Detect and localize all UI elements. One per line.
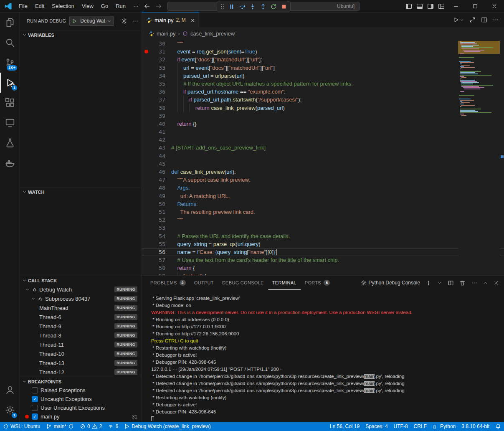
code-area[interactable]: 30 """31 event = req.get_json(silent=Tru… bbox=[142, 40, 504, 275]
breakpoint-margin[interactable] bbox=[142, 48, 150, 56]
activity-settings[interactable]: 1 bbox=[0, 400, 20, 420]
checkbox[interactable]: ✓ bbox=[32, 396, 38, 402]
activity-docker[interactable] bbox=[0, 153, 20, 173]
menu-selection[interactable]: Selection bbox=[48, 2, 78, 11]
section-breakpoints[interactable]: BREAKPOINTS bbox=[20, 377, 142, 386]
more-actions-icon[interactable] bbox=[132, 18, 138, 24]
breakpoint-margin[interactable] bbox=[142, 176, 150, 184]
layout-toggle-icon[interactable] bbox=[438, 3, 445, 10]
back-button[interactable] bbox=[144, 3, 150, 10]
breakpoint-margin[interactable] bbox=[142, 264, 150, 272]
breakpoint-margin[interactable] bbox=[142, 72, 150, 80]
kill-terminal-button[interactable] bbox=[459, 280, 466, 286]
active-terminal-item[interactable]: Python Debug Console bbox=[361, 280, 420, 286]
menu-edit[interactable]: Edit bbox=[31, 2, 48, 11]
maximize-panel-button[interactable] bbox=[483, 280, 488, 286]
maximize-button[interactable] bbox=[466, 0, 485, 12]
gear-icon[interactable] bbox=[121, 18, 127, 24]
breakpoint-margin[interactable] bbox=[142, 96, 150, 104]
close-button[interactable] bbox=[485, 0, 504, 12]
stop-button[interactable] bbox=[279, 2, 289, 11]
panel-bottom-toggle-icon[interactable] bbox=[416, 3, 423, 10]
start-debugging-button[interactable] bbox=[70, 16, 79, 25]
status-ports[interactable]: 6 bbox=[105, 422, 121, 431]
new-terminal-button[interactable] bbox=[425, 280, 432, 286]
breakpoint-margin[interactable] bbox=[142, 208, 150, 216]
breakpoint-margin[interactable] bbox=[142, 120, 150, 128]
drag-handle-icon[interactable] bbox=[219, 3, 225, 10]
forward-button[interactable] bbox=[155, 3, 162, 10]
status-remote[interactable]: WSL: Ubuntu bbox=[0, 422, 43, 431]
breakpoint-margin[interactable] bbox=[142, 168, 150, 176]
terminal-output[interactable]: * Serving Flask app 'create_link_preview… bbox=[151, 295, 502, 421]
breakpoint-margin[interactable] bbox=[142, 128, 150, 136]
breakpoint-margin[interactable] bbox=[142, 112, 150, 120]
more-actions-icon[interactable] bbox=[493, 17, 499, 23]
status-debug-session[interactable]: Debug Watch (create_link_preview) bbox=[121, 422, 214, 431]
section-watch[interactable]: WATCH bbox=[20, 187, 142, 196]
breakpoint-margin[interactable] bbox=[142, 64, 150, 72]
status-notifications[interactable] bbox=[492, 422, 504, 431]
breakpoint-margin[interactable] bbox=[142, 216, 150, 224]
call-stack-item[interactable]: Thread-8RUNNING bbox=[20, 331, 142, 340]
status-branch[interactable]: main* bbox=[43, 422, 77, 431]
breakpoint-margin[interactable] bbox=[142, 240, 150, 248]
open-changes-button[interactable] bbox=[469, 17, 476, 23]
terminal-dropdown-button[interactable] bbox=[437, 280, 442, 285]
breakpoint-margin[interactable] bbox=[142, 256, 150, 264]
step-out-button[interactable] bbox=[258, 2, 268, 11]
activity-explorer[interactable] bbox=[0, 13, 20, 33]
section-call-stack[interactable]: CALL STACK bbox=[20, 276, 142, 285]
activity-accounts[interactable] bbox=[0, 380, 20, 400]
call-stack-item[interactable]: Thread-10RUNNING bbox=[20, 349, 142, 358]
activity-search[interactable] bbox=[0, 33, 20, 53]
split-terminal-button[interactable] bbox=[448, 280, 454, 286]
call-stack-item[interactable]: MainThreadRUNNING bbox=[20, 303, 142, 312]
breakpoint-margin[interactable] bbox=[142, 200, 150, 208]
breadcrumb-symbol[interactable]: case_link_preview bbox=[190, 30, 235, 37]
panel-left-toggle-icon[interactable] bbox=[405, 3, 412, 10]
breakpoint-margin[interactable] bbox=[142, 136, 150, 144]
split-editor-button[interactable] bbox=[481, 17, 487, 23]
activity-source-control[interactable]: 1K+ bbox=[0, 53, 20, 73]
pause-button[interactable] bbox=[226, 2, 237, 11]
panel-tab-problems[interactable]: PROBLEMS2 bbox=[146, 276, 190, 290]
close-panel-button[interactable] bbox=[494, 280, 499, 286]
section-variables[interactable]: VARIABLES bbox=[20, 30, 142, 39]
checkbox[interactable] bbox=[32, 387, 38, 393]
menu-file[interactable]: File bbox=[15, 2, 31, 11]
activity-run-and-debug[interactable]: 1 bbox=[0, 73, 20, 93]
call-stack-item[interactable]: Thread-12RUNNING bbox=[20, 368, 142, 377]
breakpoint-margin[interactable] bbox=[142, 88, 150, 96]
breakpoint-item[interactable]: ✓Uncaught Exceptions bbox=[20, 395, 142, 403]
panel-right-toggle-icon[interactable] bbox=[427, 3, 434, 10]
breakpoint-margin[interactable] bbox=[142, 152, 150, 160]
breakpoint-item[interactable]: ✓main.py31 bbox=[20, 412, 142, 421]
restart-button[interactable] bbox=[268, 2, 279, 11]
panel-tab-output[interactable]: OUTPUT bbox=[190, 276, 218, 290]
status-eol[interactable]: CRLF bbox=[411, 422, 430, 431]
debug-config-dropdown[interactable]: Debug Wat bbox=[69, 16, 114, 26]
checkbox[interactable] bbox=[32, 405, 38, 411]
menu-go[interactable]: Go bbox=[97, 2, 112, 11]
more-actions-icon[interactable] bbox=[471, 280, 477, 286]
call-stack-item[interactable]: Thread-11RUNNING bbox=[20, 340, 142, 349]
call-stack-item[interactable]: Thread-13RUNNING bbox=[20, 358, 142, 368]
breakpoint-margin[interactable] bbox=[142, 272, 150, 275]
breakpoint-item[interactable]: Raised Exceptions bbox=[20, 386, 142, 395]
breakpoint-margin[interactable] bbox=[142, 224, 150, 232]
call-stack-item[interactable]: Thread-6RUNNING bbox=[20, 312, 142, 322]
status-language[interactable]: {}Python bbox=[430, 422, 458, 431]
checkbox[interactable]: ✓ bbox=[32, 413, 38, 420]
status-cursor-position[interactable]: Ln 56, Col 19 bbox=[327, 422, 362, 431]
activity-testing[interactable] bbox=[0, 133, 20, 153]
breakpoint-margin[interactable] bbox=[142, 160, 150, 168]
breakpoint-margin[interactable] bbox=[142, 80, 150, 88]
breakpoint-margin[interactable] bbox=[142, 56, 150, 63]
tab-close-button[interactable]: × bbox=[191, 17, 195, 23]
breakpoint-margin[interactable] bbox=[142, 192, 150, 200]
breakpoint-margin[interactable] bbox=[142, 40, 150, 48]
status-encoding[interactable]: UTF-8 bbox=[391, 422, 411, 431]
breakpoint-margin[interactable] bbox=[142, 248, 150, 256]
activity-extensions[interactable] bbox=[0, 93, 20, 113]
